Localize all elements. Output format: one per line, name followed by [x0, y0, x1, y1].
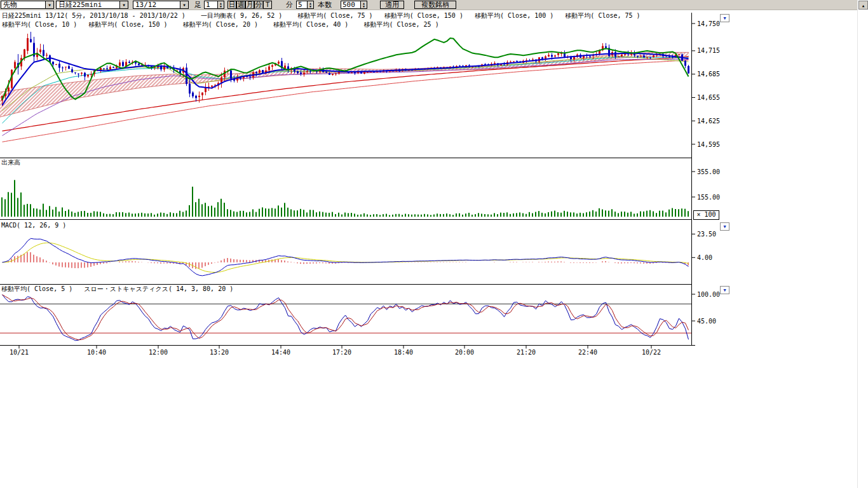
price-panel-menu-button[interactable]: ▼	[720, 14, 729, 22]
instrument-value: 日経225mini	[57, 1, 119, 8]
svg-text:23.50: 23.50	[697, 231, 716, 238]
chevron-down-icon[interactable]: ▼	[180, 1, 188, 8]
svg-text:10:40: 10:40	[87, 349, 106, 356]
svg-text:14:40: 14:40	[271, 349, 290, 356]
svg-text:10/22: 10/22	[642, 349, 661, 356]
bar-type-label: 足	[194, 1, 201, 9]
bar-interval-stepper[interactable]: 1 ▲▼	[204, 1, 224, 9]
svg-text:45.00: 45.00	[697, 318, 716, 325]
svg-text:355.00: 355.00	[697, 168, 720, 175]
period-week-button[interactable]: 週	[236, 1, 245, 9]
chart-canvas[interactable]: 14,75014,71514,68514,65514,62514,595355.…	[0, 0, 868, 488]
svg-text:100.00: 100.00	[697, 291, 720, 298]
svg-text:14,655: 14,655	[697, 94, 720, 101]
stepper-arrows[interactable]: ▲▼	[307, 1, 313, 8]
bar-count-label: 本数	[318, 1, 332, 9]
stepper-arrows[interactable]: ▲▼	[217, 1, 224, 8]
macd-panel-label: MACD( 12, 26, 9 )	[1, 221, 66, 229]
svg-text:12:00: 12:00	[149, 349, 168, 356]
instrument-type-value: 先物	[1, 1, 45, 8]
minute-label: 分	[286, 1, 293, 9]
svg-text:14,625: 14,625	[697, 118, 720, 125]
price-panel-legend-line2: 移動平均( Close, 10 ) 移動平均( Close, 150 ) 移動平…	[2, 20, 439, 29]
chart-application-window: 先物 ▼ 日経225mini ▼ 13/12 ▼ 足 1 ▲▼ 日 週 月 分 …	[0, 0, 868, 488]
svg-text:22:40: 22:40	[578, 349, 597, 356]
period-month-button[interactable]: 月	[245, 1, 254, 9]
stochastics-panel-label: 移動平均( Close, 5 ) スロー・ストキャスティクス( 14, 3, 8…	[1, 285, 233, 293]
svg-text:14,595: 14,595	[697, 141, 720, 148]
minute-value: 5	[297, 1, 307, 8]
apply-button[interactable]: 適用	[380, 1, 404, 9]
volume-panel-label: 出来高	[1, 158, 20, 166]
instrument-type-select[interactable]: 先物 ▼	[1, 1, 54, 9]
scroll-up-button[interactable]: ▲	[858, 1, 868, 10]
svg-text:14,685: 14,685	[697, 71, 720, 78]
svg-text:4.00: 4.00	[697, 254, 712, 261]
stochastics-panel-menu-button[interactable]: ▼	[720, 286, 729, 294]
svg-text:13:20: 13:20	[210, 349, 229, 356]
svg-text:14,750: 14,750	[697, 20, 720, 27]
price-panel-legend-line1: 日経225mini 13/12( 5分, 2013/10/18 - 2013/1…	[2, 11, 641, 20]
minute-stepper[interactable]: 5 ▲▼	[296, 1, 314, 9]
svg-text:17:20: 17:20	[332, 349, 351, 356]
spin-down-icon[interactable]: ▼	[309, 5, 311, 8]
spin-down-icon[interactable]: ▼	[363, 5, 365, 8]
contract-month-value: 13/12	[133, 1, 180, 8]
volume-multiplier-badge: × 100	[693, 210, 719, 220]
chevron-down-icon[interactable]: ▼	[119, 1, 128, 8]
spin-down-icon[interactable]: ▼	[220, 5, 222, 8]
period-tick-button[interactable]: T	[263, 1, 272, 9]
svg-text:155.00: 155.00	[697, 194, 720, 201]
macd-panel-menu-button[interactable]: ▼	[720, 222, 729, 231]
chevron-down-icon: ▼	[723, 16, 726, 21]
chevron-down-icon: ▼	[723, 288, 726, 293]
svg-text:10/21: 10/21	[10, 349, 29, 356]
up-arrow-icon: ▲	[862, 3, 865, 8]
svg-text:20:00: 20:00	[455, 349, 474, 356]
contract-month-select[interactable]: 13/12 ▼	[133, 1, 189, 9]
bar-count-value: 500	[341, 1, 360, 8]
multi-symbol-button[interactable]: 複数銘柄	[414, 1, 456, 9]
toolbar: 先物 ▼ 日経225mini ▼ 13/12 ▼ 足 1 ▲▼ 日 週 月 分 …	[0, 0, 857, 10]
bar-interval-value: 1	[205, 1, 217, 8]
period-day-button[interactable]: 日	[227, 1, 236, 9]
svg-text:21:20: 21:20	[517, 349, 536, 356]
svg-text:18:40: 18:40	[394, 349, 413, 356]
stepper-arrows[interactable]: ▲▼	[360, 1, 367, 8]
chevron-down-icon: ▼	[723, 224, 726, 229]
bar-count-stepper[interactable]: 500 ▲▼	[341, 1, 367, 9]
instrument-select[interactable]: 日経225mini ▼	[56, 1, 128, 9]
chevron-down-icon[interactable]: ▼	[45, 1, 53, 8]
period-minute-button[interactable]: 分	[254, 1, 263, 9]
svg-text:14,715: 14,715	[697, 47, 720, 54]
